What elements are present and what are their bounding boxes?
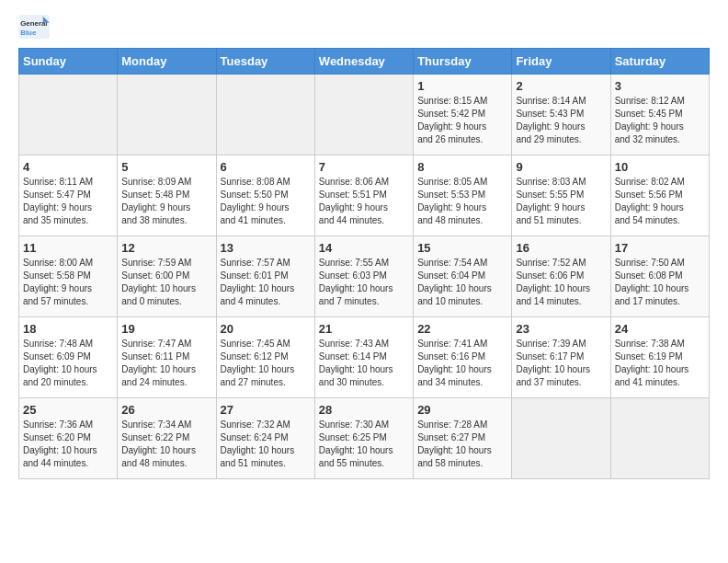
sunrise-text: Sunrise: 8:05 AM: [417, 176, 507, 189]
daylight-text: Daylight: 10 hours: [417, 282, 507, 295]
daylight-text: and 44 minutes.: [319, 214, 409, 227]
daylight-text: and 58 minutes.: [417, 457, 507, 470]
calendar-cell: 25Sunrise: 7:36 AMSunset: 6:20 PMDayligh…: [19, 398, 118, 479]
cell-content: Sunrise: 8:09 AMSunset: 5:48 PMDaylight:…: [121, 176, 211, 227]
calendar-table: SundayMondayTuesdayWednesdayThursdayFrid…: [18, 48, 710, 479]
cell-content: Sunrise: 7:39 AMSunset: 6:17 PMDaylight:…: [516, 338, 606, 389]
calendar-cell: 1Sunrise: 8:15 AMSunset: 5:42 PMDaylight…: [414, 75, 512, 155]
column-header-friday: Friday: [512, 49, 610, 75]
calendar-cell: 24Sunrise: 7:38 AMSunset: 6:19 PMDayligh…: [610, 317, 709, 398]
daylight-text: Daylight: 10 hours: [319, 444, 409, 457]
day-number: 14: [319, 241, 409, 255]
calendar-cell: 6Sunrise: 8:08 AMSunset: 5:50 PMDaylight…: [216, 155, 314, 236]
calendar-cell: 13Sunrise: 7:57 AMSunset: 6:01 PMDayligh…: [216, 236, 314, 317]
calendar-cell: 7Sunrise: 8:06 AMSunset: 5:51 PMDaylight…: [314, 155, 413, 236]
daylight-text: Daylight: 10 hours: [319, 282, 409, 295]
daylight-text: and 17 minutes.: [615, 295, 705, 308]
cell-content: Sunrise: 8:15 AMSunset: 5:42 PMDaylight:…: [417, 95, 507, 146]
calendar-cell: 12Sunrise: 7:59 AMSunset: 6:00 PMDayligh…: [118, 236, 216, 317]
day-number: 11: [23, 241, 113, 255]
calendar-cell: 5Sunrise: 8:09 AMSunset: 5:48 PMDaylight…: [118, 155, 216, 236]
cell-content: Sunrise: 7:55 AMSunset: 6:03 PMDaylight:…: [319, 257, 409, 308]
day-number: 27: [221, 403, 311, 417]
calendar-cell: 14Sunrise: 7:55 AMSunset: 6:03 PMDayligh…: [314, 236, 413, 317]
daylight-text: Daylight: 10 hours: [417, 363, 507, 376]
daylight-text: Daylight: 9 hours: [319, 201, 409, 214]
daylight-text: and 26 minutes.: [417, 133, 507, 146]
daylight-text: Daylight: 10 hours: [615, 363, 705, 376]
sunrise-text: Sunrise: 7:48 AM: [23, 338, 113, 350]
calendar-cell: 18Sunrise: 7:48 AMSunset: 6:09 PMDayligh…: [19, 317, 118, 398]
cell-content: Sunrise: 8:14 AMSunset: 5:43 PMDaylight:…: [516, 95, 606, 146]
cell-content: Sunrise: 7:28 AMSunset: 6:27 PMDaylight:…: [417, 419, 507, 470]
day-number: 7: [319, 160, 409, 174]
day-number: 13: [221, 241, 311, 255]
daylight-text: Daylight: 9 hours: [23, 201, 113, 214]
sunset-text: Sunset: 5:58 PM: [23, 270, 113, 282]
daylight-text: and 35 minutes.: [23, 214, 113, 227]
daylight-text: and 41 minutes.: [615, 376, 705, 389]
day-number: 20: [221, 322, 311, 336]
sunset-text: Sunset: 6:25 PM: [319, 431, 409, 444]
calendar-cell: [512, 398, 610, 479]
daylight-text: and 29 minutes.: [516, 133, 606, 146]
sunrise-text: Sunrise: 7:45 AM: [221, 338, 311, 350]
header: General Blue: [18, 15, 710, 40]
sunrise-text: Sunrise: 8:00 AM: [23, 257, 113, 270]
calendar-cell: 26Sunrise: 7:34 AMSunset: 6:22 PMDayligh…: [118, 398, 216, 479]
column-header-saturday: Saturday: [610, 49, 709, 75]
day-number: 21: [319, 322, 409, 336]
cell-content: Sunrise: 8:03 AMSunset: 5:55 PMDaylight:…: [516, 176, 606, 227]
sunset-text: Sunset: 5:55 PM: [516, 189, 606, 201]
sunrise-text: Sunrise: 7:52 AM: [516, 257, 606, 270]
daylight-text: Daylight: 10 hours: [221, 444, 311, 457]
sunrise-text: Sunrise: 7:39 AM: [516, 338, 606, 350]
calendar-cell: 4Sunrise: 8:11 AMSunset: 5:47 PMDaylight…: [19, 155, 118, 236]
daylight-text: and 51 minutes.: [516, 214, 606, 227]
calendar-cell: [314, 75, 413, 155]
sunrise-text: Sunrise: 8:09 AM: [121, 176, 211, 189]
column-header-wednesday: Wednesday: [314, 49, 413, 75]
sunrise-text: Sunrise: 7:36 AM: [23, 419, 113, 431]
sunrise-text: Sunrise: 7:47 AM: [121, 338, 211, 350]
daylight-text: and 51 minutes.: [221, 457, 311, 470]
sunset-text: Sunset: 6:01 PM: [221, 270, 311, 282]
sunrise-text: Sunrise: 8:14 AM: [516, 95, 606, 108]
calendar-cell: [118, 75, 216, 155]
calendar-cell: 19Sunrise: 7:47 AMSunset: 6:11 PMDayligh…: [118, 317, 216, 398]
day-number: 2: [516, 79, 606, 93]
day-number: 29: [417, 403, 507, 417]
day-number: 10: [615, 160, 705, 174]
sunset-text: Sunset: 5:50 PM: [221, 189, 311, 201]
daylight-text: and 10 minutes.: [417, 295, 507, 308]
logo-icon: General Blue: [18, 15, 51, 40]
day-number: 1: [417, 79, 507, 93]
daylight-text: Daylight: 9 hours: [23, 282, 113, 295]
calendar-cell: 28Sunrise: 7:30 AMSunset: 6:25 PMDayligh…: [314, 398, 413, 479]
sunrise-text: Sunrise: 7:28 AM: [417, 419, 507, 431]
day-number: 17: [615, 241, 705, 255]
day-number: 16: [516, 241, 606, 255]
calendar-cell: 15Sunrise: 7:54 AMSunset: 6:04 PMDayligh…: [414, 236, 512, 317]
calendar-cell: [19, 75, 118, 155]
sunset-text: Sunset: 6:08 PM: [615, 270, 705, 282]
cell-content: Sunrise: 7:41 AMSunset: 6:16 PMDaylight:…: [417, 338, 507, 389]
daylight-text: Daylight: 10 hours: [417, 444, 507, 457]
daylight-text: and 7 minutes.: [319, 295, 409, 308]
cell-content: Sunrise: 8:08 AMSunset: 5:50 PMDaylight:…: [221, 176, 311, 227]
daylight-text: Daylight: 10 hours: [516, 282, 606, 295]
sunrise-text: Sunrise: 7:50 AM: [615, 257, 705, 270]
calendar-cell: 8Sunrise: 8:05 AMSunset: 5:53 PMDaylight…: [414, 155, 512, 236]
daylight-text: and 54 minutes.: [615, 214, 705, 227]
cell-content: Sunrise: 7:48 AMSunset: 6:09 PMDaylight:…: [23, 338, 113, 389]
day-number: 26: [121, 403, 211, 417]
daylight-text: Daylight: 9 hours: [417, 121, 507, 133]
calendar-cell: 22Sunrise: 7:41 AMSunset: 6:16 PMDayligh…: [414, 317, 512, 398]
sunset-text: Sunset: 6:22 PM: [121, 431, 211, 444]
daylight-text: Daylight: 10 hours: [221, 363, 311, 376]
daylight-text: Daylight: 10 hours: [221, 282, 311, 295]
sunset-text: Sunset: 5:42 PM: [417, 108, 507, 121]
day-number: 19: [121, 322, 211, 336]
sunrise-text: Sunrise: 8:03 AM: [516, 176, 606, 189]
daylight-text: Daylight: 10 hours: [319, 363, 409, 376]
